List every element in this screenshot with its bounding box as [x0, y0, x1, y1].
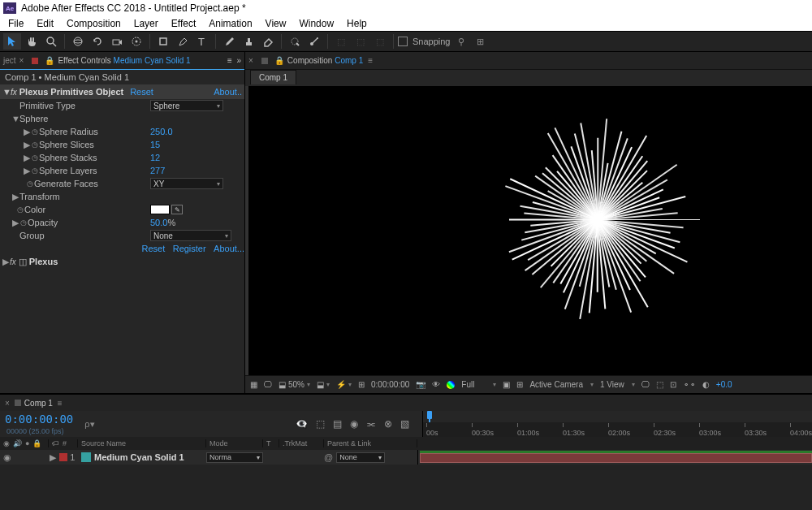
transparency-grid-icon[interactable]: ▦	[250, 380, 257, 389]
camera-tool-icon[interactable]	[108, 33, 126, 50]
col-mode[interactable]: Mode	[206, 439, 263, 447]
col-parent[interactable]: Parent & Link	[324, 439, 417, 447]
menu-window[interactable]: Window	[292, 18, 340, 29]
time-ruler[interactable]: 00s00:30s01:00s01:30s02:00s02:30s03:00s0…	[422, 411, 812, 437]
prop-sphere-group[interactable]: ▼Sphere	[0, 112, 244, 125]
preview-time-icon[interactable]: ⊞	[358, 380, 365, 389]
comp-inner-tab[interactable]: Comp 1	[250, 70, 296, 84]
reset-link[interactable]: Reset	[142, 244, 166, 253]
axis-local-icon[interactable]: ⬚	[332, 33, 350, 50]
resolution-dropdown[interactable]: Full▾	[461, 380, 496, 389]
resolution-down-icon[interactable]: ⬓ ▾	[317, 380, 330, 389]
menu-help[interactable]: Help	[340, 18, 374, 29]
layer-mode-dropdown[interactable]: Norma▾	[206, 452, 263, 463]
show-snapshot-icon[interactable]: 👁	[432, 380, 440, 389]
timeline-layer-row[interactable]: ◉ ▶ 1 Medium Cyan Solid 1 Norma▾ @ None▾	[0, 450, 812, 465]
register-link[interactable]: Register	[173, 244, 206, 253]
stopwatch-icon[interactable]: ◷	[19, 218, 28, 227]
puppet-tool-icon[interactable]	[305, 33, 323, 50]
grid-icon[interactable]: ⊞	[516, 380, 523, 389]
menu-composition[interactable]: Composition	[60, 18, 127, 29]
project-tab-fragment[interactable]: ject	[3, 56, 16, 65]
composition-tab-link[interactable]: Comp 1	[335, 56, 363, 65]
exposure-reset-icon[interactable]: ◐	[702, 380, 710, 389]
col-trkmat[interactable]: .TrkMat	[279, 439, 324, 447]
project-tab-close-icon[interactable]: ×	[19, 56, 24, 65]
comp-menu-icon[interactable]: ≡	[368, 56, 373, 65]
twirl-right-icon[interactable]: ▶	[23, 166, 31, 176]
views-dropdown[interactable]: 1 View▾	[600, 380, 635, 389]
rectangle-tool-icon[interactable]	[154, 33, 172, 50]
shy-icon[interactable]: 👁‍🗨	[296, 418, 308, 430]
opacity-value[interactable]: 50.0	[150, 218, 167, 227]
current-timecode[interactable]: 0:00:00:00	[5, 413, 73, 426]
group-dropdown[interactable]: None▾	[150, 230, 231, 241]
col-source-name[interactable]: Source Name	[78, 439, 206, 447]
fast-preview-icon[interactable]: ⚡▾	[336, 380, 352, 389]
magnification-dropdown[interactable]: ⬓ 50%▾	[279, 380, 310, 389]
about-link[interactable]: About...	[214, 244, 244, 253]
stopwatch-icon[interactable]: ◷	[26, 179, 34, 188]
snapping-checkbox[interactable]	[398, 37, 408, 46]
renderer-icon[interactable]: ⊡	[670, 380, 676, 389]
pixel-aspect-icon[interactable]: 🖵	[641, 380, 650, 389]
color-swatch[interactable]	[150, 205, 170, 214]
selection-tool-icon[interactable]	[3, 33, 21, 50]
layer-visibility-icon[interactable]: ◉	[3, 452, 11, 463]
timeline-search-input[interactable]: ρ▾	[84, 419, 94, 430]
twirl-down-icon[interactable]: ▼	[2, 87, 11, 97]
axis-world-icon[interactable]: ⬚	[352, 33, 369, 50]
fx-badge-icon[interactable]: fx	[11, 88, 17, 97]
col-lock-icon[interactable]: 🔒	[32, 439, 41, 447]
col-label-icon[interactable]: 🏷	[52, 439, 59, 447]
flowchart-icon[interactable]: ⚬⚬	[683, 380, 696, 389]
composition-canvas[interactable]	[248, 86, 812, 375]
layer-parent-dropdown[interactable]: None▾	[336, 452, 385, 463]
panel-menu-icon[interactable]: ≡ »	[227, 56, 241, 65]
effect-about-link[interactable]: About..	[214, 87, 242, 97]
effect-controls-layer-link[interactable]: Medium Cyan Solid 1	[114, 56, 191, 65]
effect-visibility-icon[interactable]	[32, 58, 38, 64]
primitive-type-dropdown[interactable]: Sphere▾	[150, 100, 223, 111]
sphere-radius-value[interactable]: 250.0	[150, 127, 173, 136]
effect-reset-link[interactable]: Reset	[130, 87, 153, 97]
eyedropper-icon[interactable]: ✎	[171, 205, 183, 214]
twirl-right-icon[interactable]: ▶	[2, 257, 10, 267]
brain-icon[interactable]: ⊗	[384, 418, 392, 430]
col-solo-icon[interactable]: ●	[25, 439, 29, 447]
menu-view[interactable]: View	[259, 18, 293, 29]
brush-tool-icon[interactable]	[220, 33, 238, 50]
snap-options-icon[interactable]: ⚲	[452, 33, 470, 50]
sphere-stacks-value[interactable]: 12	[150, 153, 160, 162]
fx-badge-icon[interactable]: fx	[10, 257, 16, 266]
layer-track[interactable]	[417, 450, 812, 465]
menu-file[interactable]: File	[2, 18, 30, 29]
twirl-down-icon[interactable]: ▼	[11, 114, 19, 123]
layer-name[interactable]: Medium Cyan Solid 1	[94, 452, 184, 462]
generate-faces-dropdown[interactable]: XY▾	[150, 178, 223, 189]
twirl-right-icon[interactable]: ▶	[11, 218, 19, 228]
effect-plexus-primitives-header[interactable]: ▼ fx Plexus Primitives Object Reset Abou…	[0, 84, 244, 99]
graph-editor-icon[interactable]: ⫘	[366, 418, 376, 430]
effect-plexus-header[interactable]: ▶fx ◫ Plexus	[0, 255, 244, 268]
rotation-tool-icon[interactable]	[89, 33, 106, 50]
clone-stamp-tool-icon[interactable]	[240, 33, 257, 50]
layer-twirl-icon[interactable]: ▶	[49, 452, 56, 463]
roi-icon[interactable]: ▣	[503, 380, 510, 389]
timeline-empty-area[interactable]	[0, 465, 812, 510]
prop-transform-group[interactable]: ▶Transform	[0, 190, 244, 203]
stopwatch-icon[interactable]: ◷	[31, 140, 39, 149]
comp-tab-close-icon[interactable]: ×	[248, 56, 253, 65]
sphere-layers-value[interactable]: 277	[150, 166, 165, 175]
menu-animation[interactable]: Animation	[202, 18, 258, 29]
pen-tool-icon[interactable]	[174, 33, 192, 50]
stopwatch-icon[interactable]: ◷	[31, 153, 39, 162]
axis-view-icon[interactable]: ⬚	[371, 33, 389, 50]
twirl-right-icon[interactable]: ▶	[23, 127, 31, 137]
draft-3d-icon[interactable]: ⬚	[316, 418, 325, 430]
hand-tool-icon[interactable]	[23, 33, 41, 50]
comp-lock-icon[interactable]: 🔒	[274, 56, 284, 65]
timeline-tab-label[interactable]: Comp 1	[24, 399, 53, 408]
menu-effect[interactable]: Effect	[165, 18, 202, 29]
frame-blend-icon[interactable]: ▤	[333, 418, 342, 430]
